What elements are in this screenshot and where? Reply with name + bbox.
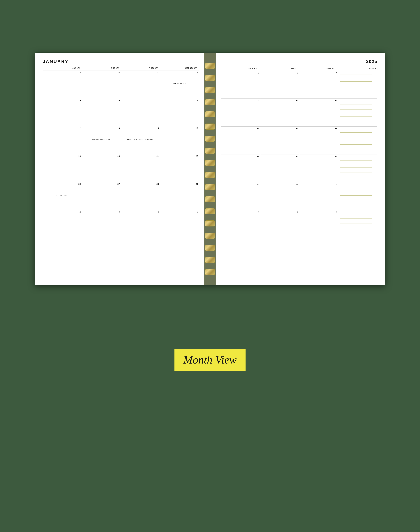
spine-coil <box>205 257 215 263</box>
calendar-row: 161718 <box>221 127 377 154</box>
day-cell: 25 <box>299 154 338 182</box>
day-number: 4 <box>121 211 159 213</box>
notes-line <box>340 160 372 161</box>
notes-line <box>340 200 372 200</box>
notes-line <box>340 221 372 221</box>
spine-coil <box>205 196 215 202</box>
spine-coil <box>205 184 215 190</box>
spine-coil <box>205 245 215 251</box>
event-label: PONGAL SUN ENTERS CAPRICORN <box>121 139 159 141</box>
notes-line <box>340 144 372 145</box>
day-cell: 20 <box>82 154 121 182</box>
day-number: 31 <box>261 183 298 185</box>
right-page: 2025 THURSDAY FRIDAY SATURDAY NOTES 2349… <box>216 53 385 285</box>
day-number: 9 <box>222 100 259 102</box>
day-number: 23 <box>222 155 259 157</box>
day-number: 5 <box>43 99 81 101</box>
event-label: REPUBLIC DAY <box>43 195 81 197</box>
notes-cell <box>338 99 377 127</box>
day-number: 25 <box>300 155 337 157</box>
notes-line <box>340 135 372 135</box>
calendar-row: 2345 <box>43 210 199 238</box>
calendar-row: 234 <box>221 71 377 99</box>
notes-line <box>340 142 372 142</box>
day-cell: 1 <box>299 182 338 210</box>
day-cell: 5 <box>43 98 82 126</box>
spine-coil <box>205 148 215 154</box>
day-number: 2 <box>222 72 259 74</box>
notes-line <box>340 137 372 137</box>
header-notes: NOTES <box>338 67 377 71</box>
day-number: 2 <box>43 211 81 213</box>
day-cell: 31 <box>121 70 160 98</box>
day-cell: 29 <box>160 182 199 210</box>
day-number: 18 <box>300 127 337 130</box>
notes-line <box>340 102 372 102</box>
day-number: 7 <box>261 211 298 213</box>
header-friday: FRIDAY <box>260 67 299 71</box>
notes-line <box>340 132 372 133</box>
day-number: 30 <box>222 183 259 185</box>
year-title: 2025 <box>366 59 377 64</box>
notes-line <box>340 191 372 191</box>
day-number: 11 <box>300 100 337 102</box>
calendar-row: 678 <box>221 210 377 238</box>
notes-lines <box>340 74 377 89</box>
day-number: 21 <box>121 155 159 157</box>
day-number: 29 <box>161 183 198 185</box>
day-cell: 11 <box>299 99 338 127</box>
spine-coil <box>205 160 215 166</box>
spine <box>204 53 216 285</box>
calendar-row: 5678 <box>43 98 199 126</box>
notes-line <box>340 158 372 158</box>
day-number: 14 <box>121 127 159 129</box>
notes-line <box>340 112 372 112</box>
day-cell: 19 <box>43 154 82 182</box>
notes-line <box>340 218 372 219</box>
day-cell: 2 <box>221 71 260 99</box>
day-number: 26 <box>43 183 81 185</box>
day-number: 6 <box>222 211 259 213</box>
calendar-row: 1213NATIONAL STICKER DAY14PONGAL SUN ENT… <box>43 126 199 154</box>
day-cell: 1NEW YEAR'S DAY <box>160 70 199 98</box>
day-cell: 23 <box>221 154 260 182</box>
notes-cell <box>338 127 377 154</box>
notes-lines <box>340 214 377 228</box>
month-view-label: Month View <box>175 349 245 371</box>
notes-line <box>340 89 372 89</box>
planner-book: JANUARY SUNDAY MONDAY TUESDAY WEDNESDAY … <box>35 53 385 285</box>
notes-line <box>340 79 372 79</box>
spine-coil <box>205 87 215 93</box>
notes-line <box>340 195 372 196</box>
spine-coil <box>205 136 215 142</box>
day-number: 15 <box>161 127 198 129</box>
notes-line <box>340 105 372 105</box>
header-thursday: THURSDAY <box>221 67 260 71</box>
day-number: 16 <box>222 127 259 130</box>
day-cell: 15 <box>160 126 199 154</box>
notes-lines <box>340 102 377 117</box>
day-number: 29 <box>43 71 81 74</box>
spine-coil <box>205 111 215 117</box>
right-calendar-wrapper: THURSDAY FRIDAY SATURDAY NOTES 234910111… <box>221 67 377 238</box>
day-cell: 27 <box>82 182 121 210</box>
spine-coil <box>205 172 215 178</box>
day-number: 4 <box>300 72 337 74</box>
event-label: NEW YEAR'S DAY <box>161 83 198 85</box>
day-cell: 26REPUBLIC DAY <box>43 182 82 210</box>
calendar-row: 26REPUBLIC DAY272829 <box>43 182 199 210</box>
notes-lines <box>340 186 377 200</box>
day-cell: 29 <box>43 70 82 98</box>
day-number: 19 <box>43 155 81 157</box>
day-cell: 8 <box>299 210 338 238</box>
day-number: 31 <box>121 71 159 74</box>
spine-coil <box>205 123 215 130</box>
day-number: 30 <box>83 71 120 74</box>
notes-line <box>340 81 372 82</box>
left-calendar-grid: SUNDAY MONDAY TUESDAY WEDNESDAY 2930311N… <box>43 67 199 238</box>
spine-coil <box>205 269 215 275</box>
day-cell: 10 <box>260 99 299 127</box>
planner-container: JANUARY SUNDAY MONDAY TUESDAY WEDNESDAY … <box>35 53 385 371</box>
header-monday: MONDAY <box>82 67 121 70</box>
day-cell: 18 <box>299 127 338 154</box>
